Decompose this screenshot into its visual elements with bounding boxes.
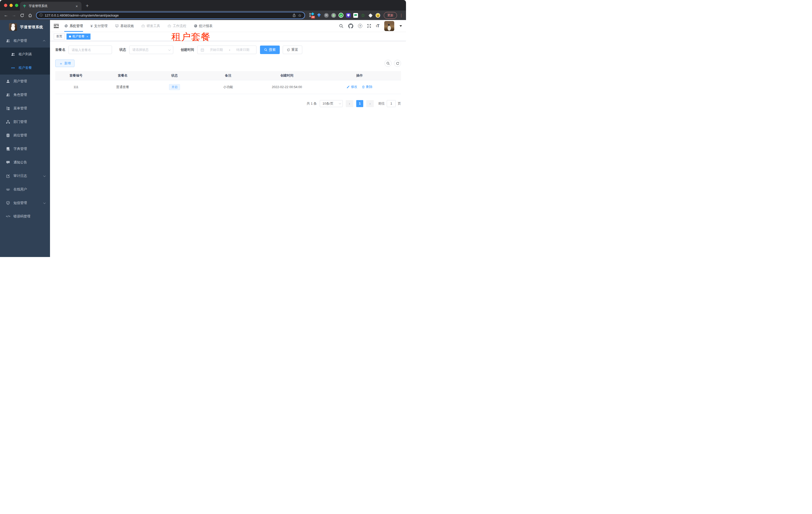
tab-close-icon[interactable]: × (75, 4, 79, 8)
prev-page-button[interactable]: ‹ (346, 100, 353, 107)
reset-button[interactable]: 重置 (283, 46, 302, 54)
font-size-icon[interactable]: tT (376, 24, 379, 29)
sidebar-item-menu-management[interactable]: 菜单管理 (0, 102, 50, 115)
sidebar-item-error-code[interactable]: </> 错误码管理 (0, 210, 50, 223)
sidebar-item-dict-management[interactable]: 字典管理 (0, 142, 50, 156)
sidebar-collapse-icon[interactable] (54, 24, 59, 28)
top-menu-dev-tools[interactable]: 研发工具 (141, 20, 160, 32)
share-icon[interactable] (292, 13, 296, 17)
top-menu-payment[interactable]: ¥ 支付管理 (90, 20, 108, 32)
top-menu-infrastructure[interactable]: 基础设施 (115, 20, 134, 32)
table-toolbar: ＋ 新增 (55, 59, 401, 67)
extension-chat-icon[interactable] (353, 13, 358, 18)
sidebar-item-sms-management[interactable]: 短信管理 (0, 196, 50, 210)
url-bar[interactable]: ⓘ 127.0.0.1:48080/admin-ui/system/tenant… (36, 12, 305, 19)
extension-gem-icon[interactable] (317, 13, 321, 18)
extension-command-icon[interactable]: ⌘ (324, 13, 329, 18)
start-date-input[interactable]: 开始日期 (206, 48, 227, 52)
online-signal-icon (6, 187, 10, 191)
search-button[interactable]: 搜索 (260, 46, 280, 54)
extension-emoji-icon[interactable] (376, 13, 380, 18)
sidebar-item-notice[interactable]: 通知公告 (0, 156, 50, 169)
user-group-icon (6, 39, 10, 43)
user-avatar[interactable] (384, 21, 394, 31)
filter-status: 状态 请选择状态 (119, 46, 173, 54)
status-badge[interactable]: 开启 (169, 84, 180, 90)
col-header-package-name: 套餐名 (97, 71, 148, 80)
page-size-value: 10条/页 (322, 101, 334, 106)
extension-y-icon[interactable]: y (339, 13, 344, 18)
home-icon[interactable] (27, 12, 33, 19)
sidebar-logo[interactable]: 芋道管理系统 (0, 20, 50, 34)
minimize-window-button[interactable] (9, 4, 13, 7)
users-icon (11, 52, 15, 56)
zoom-window-button[interactable] (15, 4, 18, 7)
forward-icon[interactable]: → (10, 12, 18, 19)
top-menu-reports[interactable]: 统计报表 (194, 20, 212, 32)
back-icon[interactable]: ← (2, 12, 9, 19)
extension-badge: 10 (311, 16, 315, 19)
browser-tab[interactable]: 芋道管理系统 × (20, 2, 82, 10)
site-info-icon[interactable]: ⓘ (39, 13, 43, 18)
sidebar-item-tenant-management[interactable]: 租户管理 (0, 34, 50, 48)
table-tools-right (384, 60, 401, 67)
github-icon[interactable] (348, 24, 353, 29)
delete-link[interactable]: 删除 (362, 85, 373, 89)
top-menu-label: 系统管理 (69, 24, 83, 28)
add-button[interactable]: ＋ 新增 (55, 59, 75, 67)
top-menu-workflow[interactable]: 工作流程 (168, 20, 186, 32)
browser-update-button[interactable]: 更新 (384, 12, 397, 19)
extension-shield-icon[interactable] (346, 13, 351, 18)
goto-page-input[interactable] (387, 100, 396, 107)
top-menu-system[interactable]: 系统管理 (64, 20, 83, 32)
sidebar-item-post-management[interactable]: 岗位管理 (0, 129, 50, 142)
next-page-button[interactable]: › (366, 100, 374, 107)
bookmark-star-icon[interactable]: ☆ (298, 13, 301, 18)
message-bubble-icon (6, 160, 10, 164)
sidebar: 芋道管理系统 租户管理 租户列表 (0, 20, 50, 257)
toggle-search-button[interactable] (384, 60, 392, 67)
user-icon (6, 79, 10, 83)
page-size-select[interactable]: 10条/页 (320, 100, 343, 107)
package-name-input-wrap (68, 46, 112, 54)
tag-close-icon[interactable]: × (87, 35, 88, 38)
browser-titlebar: 芋道管理系统 × + (0, 0, 406, 10)
range-separator: - (229, 48, 231, 52)
tag-tenant-package[interactable]: 租户套餐 × (66, 33, 90, 39)
tab-title: 芋道管理系统 (29, 4, 72, 8)
sidebar-item-online-users[interactable]: 在线用户 (0, 183, 50, 196)
refresh-table-button[interactable] (394, 60, 401, 67)
browser-menu-icon[interactable]: ⋮ (399, 13, 404, 18)
sidebar-item-user-management[interactable]: 用户管理 (0, 75, 50, 88)
url-text[interactable]: 127.0.0.1:48080/admin-ui/system/tenant/p… (45, 13, 290, 17)
date-range-picker[interactable]: 开始日期 - 结束日期 (197, 46, 257, 54)
page-number-button[interactable]: 1 (356, 100, 363, 107)
extension-star-icon[interactable]: ☆ (360, 13, 366, 18)
search-icon[interactable] (339, 24, 344, 28)
col-header-created: 创建时间 (256, 71, 318, 80)
edit-link[interactable]: 修改 (347, 85, 357, 89)
app-logo-image (9, 23, 17, 31)
tag-home[interactable]: 首页 (54, 33, 65, 39)
status-select[interactable]: 请选择状态 (129, 46, 173, 54)
sidebar-item-audit-log[interactable]: 审计日志 (0, 169, 50, 183)
end-date-input[interactable]: 结束日期 (233, 48, 253, 52)
dashboard-icon (194, 24, 198, 28)
fullscreen-icon[interactable] (367, 24, 371, 28)
extensions-puzzle-icon[interactable] (368, 13, 373, 18)
new-tab-button[interactable]: + (84, 2, 90, 9)
avatar-caret-icon[interactable] (400, 25, 402, 27)
sidebar-item-dept-management[interactable]: 部门管理 (0, 115, 50, 129)
close-window-button[interactable] (4, 4, 7, 7)
sidebar-item-role-management[interactable]: 角色管理 (0, 88, 50, 102)
reload-icon[interactable] (19, 12, 26, 19)
sidebar-item-label: 用户管理 (13, 79, 45, 84)
extension-grid-icon[interactable]: 10 (309, 13, 314, 18)
yen-icon: ¥ (90, 24, 92, 28)
help-icon[interactable]: ? (358, 24, 362, 28)
package-name-input[interactable] (72, 48, 109, 52)
page-content: 套餐名 状态 请选择状态 创建时间 (50, 41, 406, 257)
sidebar-item-tenant-list[interactable]: 租户列表 (0, 48, 50, 61)
sidebar-item-tenant-package[interactable]: 租户套餐 (0, 61, 50, 75)
extension-camera-icon[interactable] (331, 13, 336, 18)
